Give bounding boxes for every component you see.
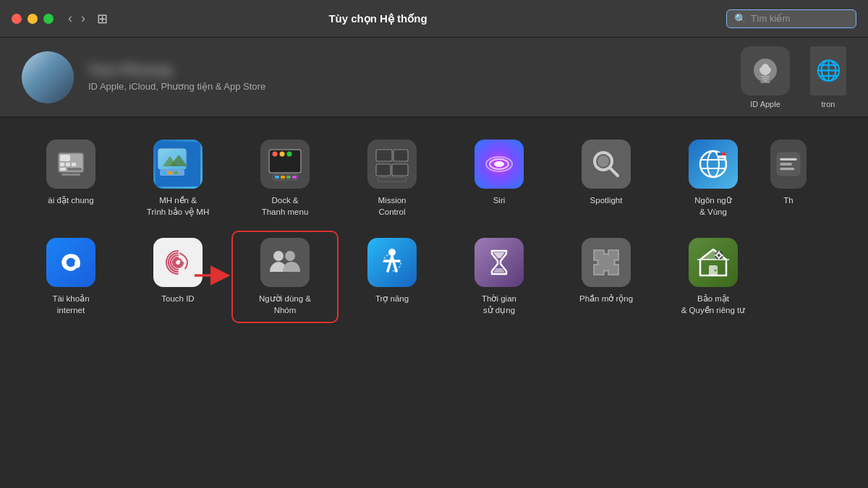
svg-rect-6 [66, 163, 70, 166]
partial-card[interactable]: 🌐 tron [810, 46, 846, 108]
mission-icon [367, 140, 417, 189]
svg-point-22 [280, 152, 285, 157]
svg-rect-49 [780, 163, 792, 165]
svg-line-39 [610, 168, 618, 176]
svg-rect-46 [722, 153, 726, 155]
spotlight-label: Spotlight [590, 194, 623, 206]
partial-card-icon: 🌐 [810, 46, 846, 95]
general-icon [46, 140, 95, 189]
svg-rect-29 [376, 150, 392, 161]
svg-point-56 [285, 251, 295, 261]
icon-siri[interactable]: Siri [446, 132, 553, 225]
partial-card-label: tron [822, 100, 835, 108]
touchid-label: Touch ID [161, 293, 194, 304]
svg-rect-25 [275, 176, 279, 179]
users-icon [260, 238, 310, 287]
icon-dock[interactable]: Dock &Thanh menu [231, 132, 339, 225]
icon-language[interactable]: Ngôn ngữ& Vùng [660, 132, 767, 225]
accessibility-label: Trợ năng [375, 293, 409, 304]
svg-rect-0 [761, 76, 770, 77]
screentime-label: Thời giansử dụng [482, 293, 516, 316]
svg-rect-33 [378, 177, 407, 181]
users-label: Người dùng &Nhóm [259, 293, 311, 316]
language-icon [689, 140, 738, 189]
partial-label: Th [783, 194, 793, 206]
apple-id-label: ID Apple [750, 100, 780, 108]
svg-rect-45 [718, 153, 722, 155]
profile-name: Tran Phuong [88, 63, 726, 78]
security-icon [689, 238, 738, 287]
icon-partial[interactable]: Th [767, 132, 810, 225]
partial-icon [770, 140, 807, 189]
svg-point-41 [707, 151, 719, 177]
icons-row-2: Tài khoảninternet Touch ID [17, 231, 851, 323]
internet-icon [46, 238, 95, 287]
titlebar: ‹ › ⊞ Tùy chọn Hệ thống 🔍 [0, 0, 868, 38]
svg-rect-19 [174, 171, 178, 174]
svg-rect-31 [376, 164, 391, 176]
apple-id-icon [741, 46, 790, 95]
profile-subtitle: ID Apple, iCloud, Phương tiện & App Stor… [88, 81, 726, 92]
svg-point-36 [494, 161, 504, 167]
icons-section: ài đặt chung [0, 118, 868, 343]
spotlight-icon [582, 140, 631, 189]
mission-label: MissionControl [378, 194, 407, 218]
svg-rect-1 [762, 78, 769, 80]
profile-info: Tran Phuong ID Apple, iCloud, Phương tiệ… [88, 63, 726, 92]
arrow-container [192, 265, 234, 288]
svg-point-38 [597, 155, 609, 167]
icon-extensions[interactable]: Phần mở rộng [553, 231, 660, 323]
language-label: Ngôn ngữ& Vùng [694, 194, 731, 218]
svg-rect-48 [780, 158, 796, 160]
svg-rect-8 [60, 168, 66, 171]
icon-general[interactable]: ài đặt chung [17, 132, 124, 225]
close-button[interactable] [12, 14, 22, 24]
security-label: Bảo mật& Quyền riêng tư [681, 293, 746, 316]
svg-point-21 [273, 152, 278, 157]
svg-rect-10 [61, 174, 80, 176]
extensions-label: Phần mở rộng [579, 293, 633, 304]
svg-point-60 [715, 270, 717, 272]
icon-spotlight[interactable]: Spotlight [553, 132, 660, 225]
svg-point-57 [388, 249, 396, 256]
svg-rect-7 [72, 163, 76, 166]
window-title: Tùy chọn Hệ thống [30, 12, 726, 25]
search-icon: 🔍 [734, 13, 746, 25]
screentime-icon [475, 238, 524, 287]
avatar[interactable] [22, 51, 74, 103]
icons-row-1: ài đặt chung [17, 132, 851, 225]
wallpaper-icon [153, 140, 203, 189]
wallpaper-label: MH nền &Trình bảo vệ MH [147, 194, 209, 218]
svg-rect-26 [281, 176, 285, 179]
apple-id-card[interactable]: ID Apple [741, 46, 790, 108]
svg-rect-50 [780, 168, 794, 170]
icon-screentime[interactable]: Thời giansử dụng [446, 231, 553, 323]
svg-rect-18 [168, 171, 172, 174]
icon-wallpaper[interactable]: MH nền &Trình bảo vệ MH [124, 132, 231, 225]
svg-rect-32 [392, 164, 408, 176]
extensions-icon [582, 238, 631, 287]
svg-rect-2 [763, 80, 767, 82]
icon-users[interactable]: Người dùng &Nhóm [231, 231, 339, 323]
svg-point-23 [287, 152, 292, 157]
dock-label: Dock &Thanh menu [262, 194, 309, 218]
svg-rect-17 [162, 171, 166, 174]
icon-security[interactable]: Bảo mật& Quyền riêng tư [660, 231, 767, 323]
svg-point-55 [273, 251, 284, 261]
icon-accessibility[interactable]: Trợ năng [339, 231, 446, 323]
profile-area: Tran Phuong ID Apple, iCloud, Phương tiệ… [0, 38, 868, 117]
search-input[interactable] [751, 13, 845, 24]
svg-rect-5 [60, 163, 64, 166]
svg-rect-30 [393, 150, 408, 161]
dock-icon-box [260, 140, 310, 189]
siri-label: Siri [493, 194, 506, 206]
search-box: 🔍 [726, 9, 856, 28]
svg-rect-28 [292, 176, 297, 179]
svg-rect-27 [286, 176, 291, 179]
icon-internet[interactable]: Tài khoảninternet [17, 231, 124, 323]
internet-label: Tài khoảninternet [52, 293, 89, 316]
general-label: ài đặt chung [48, 194, 93, 206]
icon-mission[interactable]: MissionControl [339, 132, 446, 225]
siri-icon [475, 140, 524, 189]
svg-rect-9 [67, 168, 82, 171]
